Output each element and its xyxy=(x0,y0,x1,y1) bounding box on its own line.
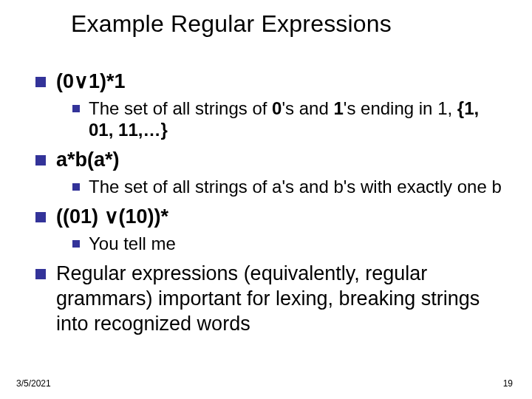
regex-description: You tell me xyxy=(89,233,176,254)
square-bullet-icon xyxy=(72,240,80,248)
square-bullet-icon xyxy=(72,183,80,191)
bullet-level1: Regular expressions (equivalently, regul… xyxy=(35,262,502,336)
slide-title: Example Regular Expressions xyxy=(71,10,392,38)
footer-page-number: 19 xyxy=(503,378,513,389)
square-bullet-icon xyxy=(35,212,46,222)
bullet-level1: ((01) ∨(10))* xyxy=(35,205,502,230)
bullet-level2: The set of all strings of 0's and 1's en… xyxy=(72,98,502,141)
regex-description: The set of all strings of a's and b's wi… xyxy=(89,176,502,197)
regex-expression: ((01) ∨(10))* xyxy=(56,205,168,230)
regex-expression: a*b(a*) xyxy=(56,148,120,173)
closing-text: Regular expressions (equivalently, regul… xyxy=(56,262,502,336)
square-bullet-icon xyxy=(72,105,80,112)
bullet-level1: (0∨1)*1 xyxy=(35,69,502,95)
bullet-level1: a*b(a*) xyxy=(35,148,502,173)
footer-date: 3/5/2021 xyxy=(16,378,51,389)
square-bullet-icon xyxy=(35,77,46,87)
slide-content: (0∨1)*1 The set of all strings of 0's an… xyxy=(35,62,502,337)
regex-description: The set of all strings of 0's and 1's en… xyxy=(89,98,502,141)
bullet-level2: You tell me xyxy=(72,233,502,254)
square-bullet-icon xyxy=(35,269,46,279)
square-bullet-icon xyxy=(35,155,46,166)
bullet-level2: The set of all strings of a's and b's wi… xyxy=(72,176,502,197)
regex-expression: (0∨1)*1 xyxy=(56,69,126,95)
slide: { "title": "Example Regular Expressions"… xyxy=(0,0,532,399)
